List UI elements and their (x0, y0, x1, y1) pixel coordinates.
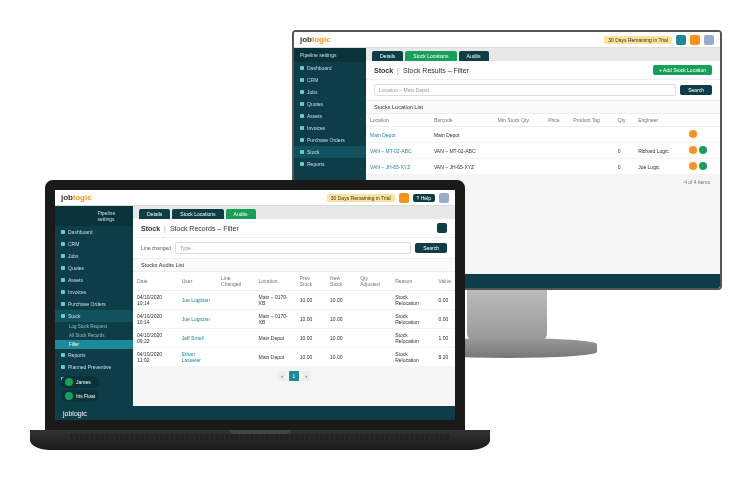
help-link[interactable]: ? Help (413, 194, 435, 202)
table-row[interactable]: 04/10/2020 10:14Joe LogicianMain – 0170-… (133, 310, 455, 329)
pager-next[interactable]: › (301, 371, 311, 381)
nav-assets[interactable]: Assets (294, 110, 366, 122)
nav-stock-all[interactable]: All Stock Records (55, 331, 133, 340)
page-title: Stock (141, 225, 160, 232)
topbar: joblogic 30 Days Remaining in Trial ? He… (55, 190, 455, 206)
nav-invoices[interactable]: Invoices (55, 286, 133, 298)
nav-invoices[interactable]: Invoices (294, 122, 366, 134)
main-panel: Details Stock Locations Audits Stock | S… (133, 206, 455, 406)
table-row[interactable]: 04/10/2020 10:14Joe LogicianMain – 0170-… (133, 291, 455, 310)
nav-quotes[interactable]: Quotes (55, 262, 133, 274)
assets-icon (300, 114, 304, 118)
th-location[interactable]: Location (366, 114, 430, 127)
search-button[interactable]: Search (680, 85, 712, 95)
tab-details[interactable]: Details (139, 209, 170, 219)
po-icon (61, 302, 65, 306)
th-new[interactable]: New Stock (326, 272, 356, 291)
nav-crm[interactable]: CRM (294, 74, 366, 86)
th-loc[interactable]: Location (255, 272, 296, 291)
crm-icon (61, 242, 65, 246)
edit-icon[interactable] (689, 146, 697, 154)
nav-stock-log[interactable]: Log Stock Request (55, 322, 133, 331)
location-input[interactable]: Location – Main Depot (374, 84, 676, 96)
nav-crm[interactable]: CRM (55, 238, 133, 250)
th-prodtag[interactable]: Product Tag (569, 114, 614, 127)
tab-stock-locations[interactable]: Stock Locations (172, 209, 223, 219)
chat-user-james[interactable]: James (61, 376, 99, 388)
collapse-icon[interactable] (437, 223, 447, 233)
nav-dashboard[interactable]: Dashboard (294, 62, 366, 74)
table-row[interactable]: 04/10/2020 11:02Ethan LasseterMain Depot… (133, 348, 455, 367)
stock-audits-table: Date User Line Changed Location Prev Sto… (133, 272, 455, 367)
th-prev[interactable]: Prev Stock (296, 272, 326, 291)
bell-icon[interactable] (690, 35, 700, 45)
table-row[interactable]: VAN – JH-65-XYZVAN – JH-65-XYZ0Joe Logic (366, 159, 720, 175)
footer: joblogic (55, 406, 455, 420)
nav-dashboard[interactable]: Dashboard (55, 226, 133, 238)
add-icon[interactable] (699, 146, 707, 154)
nav-stock-filter[interactable]: Filter (55, 340, 133, 349)
pager-prev[interactable]: ‹ (277, 371, 287, 381)
th-price[interactable]: Price (544, 114, 569, 127)
nav-jobs[interactable]: Jobs (55, 250, 133, 262)
add-icon[interactable] (699, 162, 707, 170)
th-engineer[interactable]: Engineer (634, 114, 684, 127)
nav-stock[interactable]: Stock (55, 310, 133, 322)
jobs-icon (300, 90, 304, 94)
th-user[interactable]: User (178, 272, 217, 291)
tab-details[interactable]: Details (372, 51, 403, 61)
breadcrumb: Stock | Stock Records – Filter (133, 219, 455, 238)
th-adj[interactable]: Qty Adjusted (356, 272, 391, 291)
chat-user-iris[interactable]: Iris Float (61, 390, 99, 402)
nav-stock[interactable]: Stock (294, 146, 366, 158)
tab-stock-locations[interactable]: Stock Locations (405, 51, 456, 61)
line-changed-input[interactable]: Type… (175, 242, 411, 254)
user-avatar-icon[interactable] (439, 193, 449, 203)
nav-reports[interactable]: Reports (55, 349, 133, 361)
jobs-icon (61, 254, 65, 258)
support-icon[interactable] (676, 35, 686, 45)
nav-jobs[interactable]: Jobs (294, 86, 366, 98)
th-minqty[interactable]: Min Stock Qty (494, 114, 544, 127)
th-reason[interactable]: Reason (391, 272, 434, 291)
table-row[interactable]: 04/10/2020 09:22Jeff SmellMain Depot10.0… (133, 329, 455, 348)
tabs: Details Stock Locations Audits (366, 48, 720, 61)
laptop-screen: joblogic 30 Days Remaining in Trial ? He… (45, 180, 465, 430)
th-barcode[interactable]: Barcode (430, 114, 494, 127)
th-date[interactable]: Date (133, 272, 178, 291)
search-button[interactable]: Search (415, 243, 447, 253)
sidebar-header: Pipeline settings (294, 48, 366, 62)
add-stock-location-button[interactable]: + Add Stock Location (653, 65, 712, 75)
tab-audits[interactable]: Audits (226, 209, 256, 219)
dashboard-icon (300, 66, 304, 70)
filter-label: Line changed (141, 245, 171, 251)
reports-icon (300, 162, 304, 166)
stock-location-table: Location Barcode Min Stock Qty Price Pro… (366, 114, 720, 175)
nav-po[interactable]: Purchase Orders (55, 298, 133, 310)
edit-icon[interactable] (689, 162, 697, 170)
table-row[interactable]: VAN – MT-02-ABCVAN – MT-02-ABC0Richard L… (366, 143, 720, 159)
pph-icon (61, 365, 65, 369)
th-qty[interactable]: Qty (614, 114, 634, 127)
bell-icon[interactable] (399, 193, 409, 203)
list-header: Stocks Location List (366, 100, 720, 114)
edit-icon[interactable] (689, 130, 697, 138)
nav-pph[interactable]: Planned Preventive (55, 361, 133, 373)
topbar: joblogic 30 Days Remaining in Trial (294, 32, 720, 48)
nav-quotes[interactable]: Quotes (294, 98, 366, 110)
nav-assets[interactable]: Assets (55, 274, 133, 286)
item-count: 4 of 4 items (684, 179, 716, 185)
pager-1[interactable]: 1 (289, 371, 299, 381)
table-row[interactable]: Main DepotMain Depot (366, 127, 720, 143)
page-subtitle: Stock Results – Filter (403, 67, 469, 74)
th-line[interactable]: Line Changed (217, 272, 254, 291)
nav-reports[interactable]: Reports (294, 158, 366, 170)
presence-icon (65, 378, 73, 386)
dashboard-icon (61, 230, 65, 234)
tab-audits[interactable]: Audits (459, 51, 489, 61)
th-val[interactable]: Value (435, 272, 456, 291)
invoices-icon (300, 126, 304, 130)
user-avatar-icon[interactable] (704, 35, 714, 45)
invoices-icon (61, 290, 65, 294)
nav-po[interactable]: Purchase Orders (294, 134, 366, 146)
